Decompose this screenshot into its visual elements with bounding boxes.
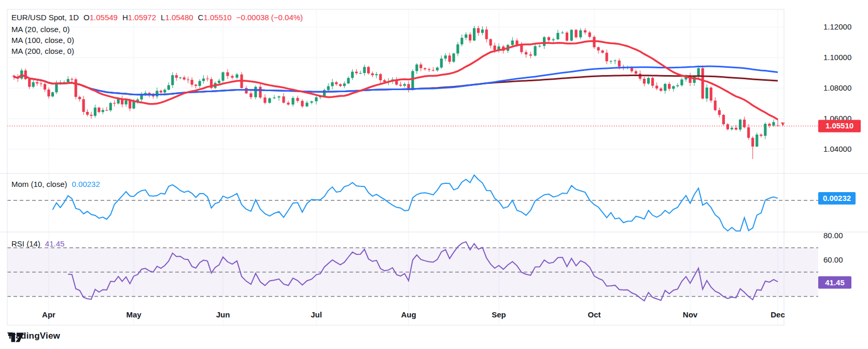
rsi-tick-label: 60.00 bbox=[823, 255, 843, 264]
ohlc-item: H1.05972 bbox=[122, 12, 156, 23]
price-tick-label: 1.04000 bbox=[823, 144, 851, 153]
rsi-value: 41.45 bbox=[45, 238, 65, 249]
symbol-title[interactable]: EUR/USD Spot, 1D bbox=[11, 12, 79, 23]
rsi-tick-label: 80.00 bbox=[823, 231, 843, 240]
tradingview-logo-icon bbox=[7, 331, 25, 343]
rsi-label-pill: 41.45 bbox=[818, 277, 851, 289]
price-tick-label: 1.08000 bbox=[823, 83, 851, 92]
ohlc-values: O1.05549H1.05972L1.05480C1.05510 bbox=[83, 12, 232, 23]
chart-svg[interactable]: 1.120001.100001.080001.060001.0400080.00… bbox=[0, 0, 868, 349]
ma20-line bbox=[14, 41, 778, 120]
candles-layer bbox=[12, 26, 779, 159]
change-value: −0.00038 (−0.04%) bbox=[236, 12, 303, 23]
ma100-legend[interactable]: MA (100, close, 0) bbox=[11, 35, 74, 46]
momentum-legend[interactable]: Mom (10, close) 0.00232 bbox=[11, 179, 100, 190]
tradingview-attribution[interactable]: TradingView bbox=[7, 331, 60, 341]
momentum-line bbox=[53, 175, 778, 231]
month-label: Dec bbox=[771, 310, 785, 319]
time-axis[interactable]: AprMayJunJulAugSepOctNovDec bbox=[42, 310, 785, 319]
month-label: Nov bbox=[683, 310, 698, 319]
svg-text:41.45: 41.45 bbox=[825, 278, 845, 287]
ohlc-item: O1.05549 bbox=[83, 12, 118, 23]
tradingview-chart-app: { "header": { "symbol": "EUR/USD Spot, 1… bbox=[0, 0, 868, 349]
month-label: Oct bbox=[587, 310, 600, 319]
last-price-marker bbox=[781, 122, 785, 126]
ma20-legend[interactable]: MA (20, close, 0) bbox=[11, 24, 70, 35]
price-tick-label: 1.12000 bbox=[823, 22, 851, 31]
price-axis[interactable]: 1.120001.100001.080001.060001.0400080.00… bbox=[823, 22, 851, 264]
momentum-label: Mom (10, close) bbox=[11, 179, 67, 190]
month-label: Apr bbox=[42, 310, 55, 319]
momentum-label-pill: 0.00232 bbox=[818, 192, 856, 205]
price-label-pill: 1.05510 bbox=[818, 120, 861, 132]
month-label: Jun bbox=[216, 310, 230, 319]
momentum-value: 0.00232 bbox=[72, 179, 100, 190]
price-tick-label: 1.10000 bbox=[823, 53, 851, 62]
ma200-legend[interactable]: MA (200, close, 0) bbox=[11, 46, 74, 56]
month-label: Sep bbox=[492, 310, 506, 319]
ohlc-item: C1.05510 bbox=[198, 12, 232, 23]
ohlc-item: L1.05480 bbox=[161, 12, 193, 23]
rsi-label: RSI (14) bbox=[11, 238, 40, 249]
month-label: May bbox=[126, 310, 142, 319]
rsi-legend[interactable]: RSI (14) 41.45 bbox=[11, 238, 64, 249]
ma200-line bbox=[14, 75, 778, 94]
legend-main: EUR/USD Spot, 1D O1.05549H1.05972L1.0548… bbox=[11, 12, 303, 23]
month-label: Jul bbox=[311, 310, 322, 319]
svg-text:1.05510: 1.05510 bbox=[825, 121, 853, 130]
month-label: Aug bbox=[401, 310, 416, 319]
svg-text:0.00232: 0.00232 bbox=[823, 194, 851, 202]
